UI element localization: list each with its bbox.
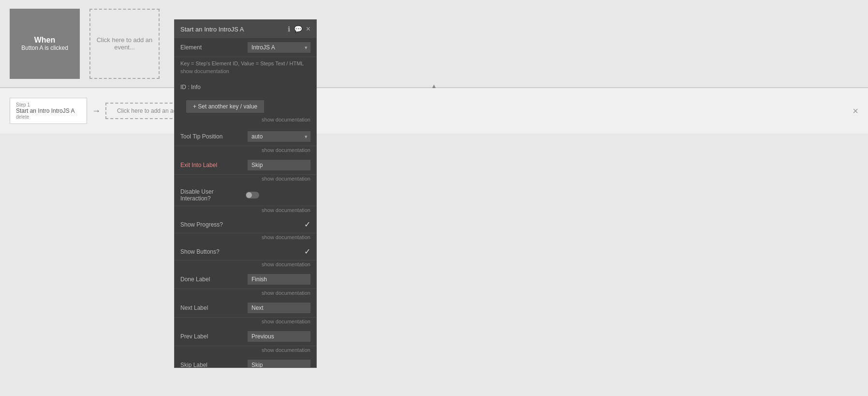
add-key-button[interactable]: + Set another key / value: [186, 100, 264, 113]
step-delete[interactable]: delete: [16, 114, 81, 120]
show-buttons-check[interactable]: ✓: [304, 247, 310, 256]
skip-label-row: Skip Label: [175, 356, 316, 367]
step-arrow: →: [92, 106, 101, 116]
element-value-wrapper: IntroJS A: [246, 42, 311, 53]
panel-header: Start an Intro IntroJS A ℹ 💬 ×: [175, 20, 316, 38]
comment-icon[interactable]: 💬: [294, 25, 302, 33]
prev-label-row: Prev Label: [175, 327, 316, 346]
show-progress-doc-link[interactable]: show documentation: [175, 233, 316, 243]
prev-label: Prev Label: [180, 333, 246, 340]
add-event-block[interactable]: Click here to add an event...: [89, 9, 160, 79]
skip-value-wrapper: [246, 360, 311, 367]
next-label: Next Label: [180, 305, 246, 311]
next-input[interactable]: [248, 303, 310, 313]
done-label-row: Done Label: [175, 270, 316, 289]
disable-interaction-doc-link[interactable]: show documentation: [175, 206, 316, 216]
done-value-wrapper: [246, 274, 311, 285]
key-value-section: Key = Step's Element ID, Value = Steps T…: [175, 57, 316, 80]
exit-value-wrapper: [246, 160, 311, 170]
panel-body: Element IntroJS A Key = Step's Element I…: [175, 38, 316, 367]
exit-label: Exit Into Label: [180, 162, 246, 168]
exit-doc-link[interactable]: show documentation: [175, 175, 316, 184]
next-doc-link[interactable]: show documentation: [175, 318, 316, 327]
skip-label: Skip Label: [180, 362, 246, 367]
show-progress-check[interactable]: ✓: [304, 220, 310, 228]
add-event-label: Click here to add an event...: [95, 36, 154, 51]
element-label: Element: [180, 44, 246, 51]
tooltip-select-wrapper: auto: [248, 131, 310, 142]
key-value-doc-link[interactable]: show documentation: [180, 67, 310, 77]
tooltip-select[interactable]: auto: [248, 131, 310, 142]
when-block[interactable]: When Button A is clicked: [10, 9, 80, 79]
step-name: Start an Intro IntroJS A: [16, 107, 81, 114]
step-label: Step 1: [16, 102, 81, 107]
show-buttons-doc-link[interactable]: show documentation: [175, 260, 316, 270]
done-label: Done Label: [180, 276, 246, 283]
tooltip-doc-link[interactable]: show documentation: [175, 146, 316, 156]
show-buttons-label: Show Buttons?: [180, 248, 246, 255]
add-key-doc-link[interactable]: show documentation: [180, 117, 310, 125]
disable-interaction-toggle[interactable]: [246, 192, 259, 198]
done-doc-link[interactable]: show documentation: [175, 289, 316, 299]
tooltip-value-wrapper: auto: [246, 131, 311, 142]
steps-area: Step 1 Start an Intro IntroJS A delete →…: [0, 88, 868, 134]
tooltip-label: Tool Tip Position: [180, 133, 246, 140]
exit-input[interactable]: [248, 160, 310, 170]
close-steps-button[interactable]: ×: [853, 106, 858, 117]
id-info-section: ID : Info: [175, 80, 316, 94]
exit-label-row: Exit Into Label: [175, 156, 316, 175]
element-select[interactable]: IntroJS A: [248, 42, 310, 53]
show-progress-row: Show Progress? ✓: [175, 216, 316, 233]
toggle-knob: [246, 192, 252, 198]
next-value-wrapper: [246, 303, 311, 313]
prev-doc-link[interactable]: show documentation: [175, 346, 316, 356]
show-progress-check-wrapper: ✓: [246, 220, 311, 229]
skip-input[interactable]: [248, 360, 310, 367]
key-value-description: Key = Step's Element ID, Value = Steps T…: [180, 60, 310, 67]
panel-title: Start an Intro IntroJS A: [180, 26, 244, 33]
prev-input[interactable]: [248, 331, 310, 342]
next-label-row: Next Label: [175, 299, 316, 318]
disable-interaction-toggle-wrapper: [246, 192, 311, 198]
tooltip-row: Tool Tip Position auto: [175, 127, 316, 146]
id-info-label: ID : Info: [180, 84, 201, 91]
panel: Start an Intro IntroJS A ℹ 💬 × Element I…: [174, 19, 317, 368]
info-icon[interactable]: ℹ: [288, 25, 290, 33]
show-progress-label: Show Progress?: [180, 221, 246, 228]
canvas-area: When Button A is clicked Click here to a…: [0, 0, 868, 87]
panel-header-icons: ℹ 💬 ×: [288, 25, 310, 33]
panel-close-button[interactable]: ×: [306, 25, 310, 33]
step-block[interactable]: Step 1 Start an Intro IntroJS A delete: [10, 98, 87, 124]
when-subtitle: Button A is clicked: [21, 45, 68, 51]
show-buttons-check-wrapper: ✓: [246, 247, 311, 256]
add-key-wrapper: + Set another key / value show documenta…: [175, 94, 316, 127]
disable-interaction-label: Disable User Interaction?: [180, 188, 246, 202]
element-row: Element IntroJS A: [175, 38, 316, 57]
element-select-wrapper: IntroJS A: [248, 42, 310, 53]
disable-interaction-row: Disable User Interaction?: [175, 184, 316, 206]
done-input[interactable]: [248, 274, 310, 285]
prev-value-wrapper: [246, 331, 311, 342]
when-title: When: [34, 36, 56, 45]
show-buttons-row: Show Buttons? ✓: [175, 243, 316, 260]
